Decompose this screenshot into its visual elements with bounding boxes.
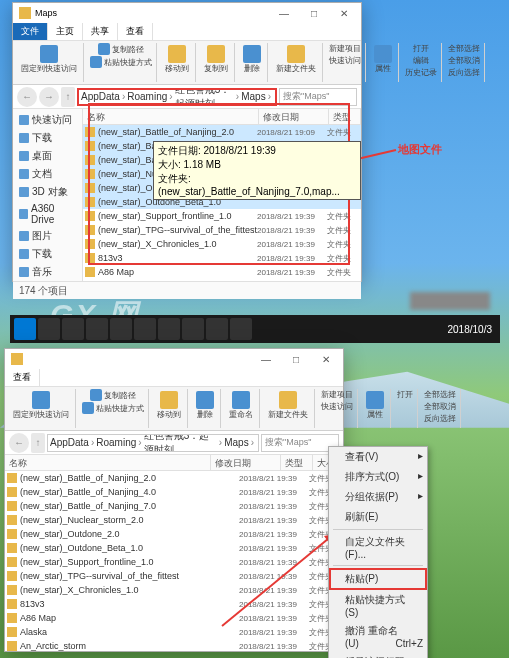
- taskbar-icon[interactable]: [182, 318, 204, 340]
- ctx-paste[interactable]: 粘贴(P): [329, 568, 427, 590]
- close-button[interactable]: ✕: [311, 349, 341, 369]
- titlebar[interactable]: Maps — □ ✕: [13, 3, 361, 23]
- pin-button[interactable]: 固定到快速访问: [19, 43, 79, 76]
- newfolder-button[interactable]: 新建文件夹: [266, 389, 310, 422]
- newfolder-button[interactable]: 新建文件夹: [274, 43, 318, 76]
- taskbar-icon[interactable]: [110, 318, 132, 340]
- col-name[interactable]: 名称: [83, 109, 259, 124]
- tab-share[interactable]: 共享: [83, 23, 118, 40]
- ctx-undo[interactable]: 撤消 重命名(U)Ctrl+Z: [329, 621, 427, 652]
- quickaccess-btn[interactable]: 快速访问: [321, 401, 353, 412]
- ctx-refresh[interactable]: 刷新(E): [329, 507, 427, 527]
- minimize-button[interactable]: —: [251, 349, 281, 369]
- search-input[interactable]: 搜索"Maps": [279, 88, 357, 106]
- taskbar-icon[interactable]: [134, 318, 156, 340]
- sidebar-item[interactable]: 音乐: [15, 263, 80, 281]
- move-button[interactable]: 移动到: [163, 43, 191, 76]
- ctx-group[interactable]: 分组依据(P)▸: [329, 487, 427, 507]
- col-date[interactable]: 修改日期: [211, 455, 281, 470]
- col-type[interactable]: 类型: [281, 455, 313, 470]
- back-button[interactable]: ←: [17, 87, 37, 107]
- file-row[interactable]: An_Arctic_storm2018/8/21 19:39文件夹: [5, 639, 343, 651]
- back-button[interactable]: ←: [9, 433, 29, 453]
- select-none-btn[interactable]: 全部取消: [424, 401, 456, 412]
- tab-view[interactable]: 查看: [118, 23, 153, 40]
- copy-path-btn[interactable]: 复制路径: [104, 390, 136, 401]
- newitem-btn[interactable]: 新建项目: [329, 43, 361, 54]
- delete-button[interactable]: 删除: [241, 43, 263, 76]
- move-button[interactable]: 移动到: [155, 389, 183, 422]
- file-row[interactable]: (new_star)_Support_frontline_1.02018/8/2…: [83, 209, 361, 223]
- file-row[interactable]: A86 Map2018/8/21 19:39文件夹: [83, 265, 361, 279]
- select-all-btn[interactable]: 全部选择: [424, 389, 456, 400]
- file-row[interactable]: (new_star)_Battle_of_Nanjing_7.02018/8/2…: [5, 499, 343, 513]
- properties-button[interactable]: 属性: [372, 43, 394, 76]
- ctx-grant[interactable]: 授予访问权限(G)▸: [329, 652, 427, 658]
- copy-path-btn[interactable]: 复制路径: [112, 44, 144, 55]
- taskbar-clock[interactable]: 2018/10/3: [444, 324, 497, 335]
- paste-shortcut-btn[interactable]: 粘贴快捷方式: [96, 403, 144, 414]
- col-date[interactable]: 修改日期: [259, 109, 329, 124]
- properties-button[interactable]: 属性: [364, 389, 386, 422]
- history-btn[interactable]: 历史记录: [405, 67, 437, 78]
- forward-button[interactable]: →: [39, 87, 59, 107]
- newitem-btn[interactable]: 新建项目: [321, 389, 353, 400]
- tab-view[interactable]: 查看: [5, 369, 40, 386]
- file-row[interactable]: (new_star)_TPG--survival_of_the_fittest2…: [83, 223, 361, 237]
- select-inv-btn[interactable]: 反向选择: [424, 413, 456, 424]
- breadcrumb-path[interactable]: AppData› Roaming› 红色警戒3：起源时刻› Maps›: [77, 88, 277, 106]
- copy-button[interactable]: 复制到: [202, 43, 230, 76]
- folder-icon: [85, 211, 95, 221]
- file-row[interactable]: (new_star)_Battle_of_Nanjing_4.02018/8/2…: [5, 485, 343, 499]
- start-button[interactable]: [14, 318, 36, 340]
- taskbar-icon[interactable]: [230, 318, 252, 340]
- ctx-sort[interactable]: 排序方式(O)▸: [329, 467, 427, 487]
- pin-button[interactable]: 固定到快速访问: [11, 389, 71, 422]
- sidebar-item[interactable]: 3D 对象: [15, 183, 80, 201]
- close-button[interactable]: ✕: [329, 3, 359, 23]
- taskbar-icon[interactable]: [62, 318, 84, 340]
- open-btn[interactable]: 打开: [413, 43, 429, 54]
- file-row[interactable]: Alaska2018/8/21 19:39文件夹: [83, 279, 361, 281]
- sidebar-item[interactable]: 下载: [15, 245, 80, 263]
- sidebar-item[interactable]: 图片: [15, 227, 80, 245]
- sidebar-item[interactable]: 桌面: [15, 147, 80, 165]
- up-button[interactable]: ↑: [61, 87, 75, 107]
- taskbar-icon[interactable]: [38, 318, 60, 340]
- select-inv-btn[interactable]: 反向选择: [448, 67, 480, 78]
- sidebar-item[interactable]: 下载: [15, 129, 80, 147]
- breadcrumb-path[interactable]: AppData› Roaming› 红色警戒3：起源时刻› Maps›: [47, 434, 259, 452]
- maximize-button[interactable]: □: [281, 349, 311, 369]
- minimize-button[interactable]: —: [269, 3, 299, 23]
- ctx-view[interactable]: 查看(V)▸: [329, 447, 427, 467]
- select-all-btn[interactable]: 全部选择: [448, 43, 480, 54]
- tab-file[interactable]: 文件: [13, 23, 48, 40]
- taskbar-icon[interactable]: [86, 318, 108, 340]
- taskbar[interactable]: 2018/10/3: [10, 315, 500, 343]
- sidebar-item[interactable]: 文档: [15, 165, 80, 183]
- col-type[interactable]: 类型: [329, 109, 361, 124]
- edit-btn[interactable]: 编辑: [413, 55, 429, 66]
- select-none-btn[interactable]: 全部取消: [448, 55, 480, 66]
- delete-button[interactable]: 删除: [194, 389, 216, 422]
- file-row[interactable]: 813v32018/8/21 19:39文件夹: [83, 251, 361, 265]
- paste-shortcut-btn[interactable]: 粘贴快捷方式: [104, 57, 152, 68]
- sidebar-item[interactable]: A360 Drive: [15, 201, 80, 227]
- up-button[interactable]: ↑: [31, 433, 45, 453]
- file-row[interactable]: (new_star)_Battle_of_Nanjing_2.02018/8/2…: [83, 125, 361, 139]
- taskbar-icon[interactable]: [206, 318, 228, 340]
- ctx-customize[interactable]: 自定义文件夹(F)...: [329, 532, 427, 563]
- quickaccess-btn[interactable]: 快速访问: [329, 55, 361, 66]
- ctx-paste-shortcut[interactable]: 粘贴快捷方式(S): [329, 590, 427, 621]
- tab-home[interactable]: 主页: [48, 23, 83, 40]
- col-name[interactable]: 名称: [5, 455, 211, 470]
- titlebar[interactable]: — □ ✕: [5, 349, 343, 369]
- sidebar-item[interactable]: 快速访问: [15, 111, 80, 129]
- taskbar-icon[interactable]: [158, 318, 180, 340]
- file-row[interactable]: (new_star)_Battle_of_Nanjing_2.02018/8/2…: [5, 471, 343, 485]
- file-row[interactable]: (new_star)_Nuclear_storm_2.02018/8/21 19…: [5, 513, 343, 527]
- file-row[interactable]: (new_star)_X_Chronicles_1.02018/8/21 19:…: [83, 237, 361, 251]
- rename-button[interactable]: 重命名: [227, 389, 255, 422]
- maximize-button[interactable]: □: [299, 3, 329, 23]
- window-title: Maps: [35, 8, 269, 18]
